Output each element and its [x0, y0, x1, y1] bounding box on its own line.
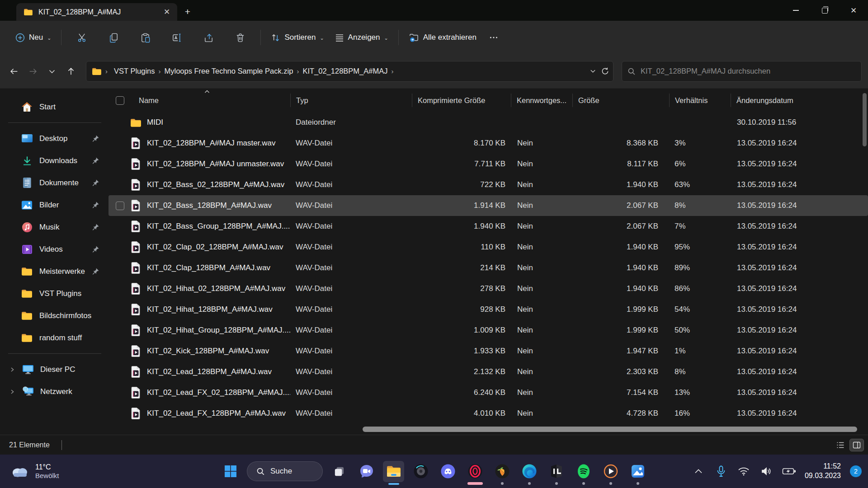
- breadcrumb-segment[interactable]: Myloops Free Techno Sample Pack.zip: [162, 65, 296, 77]
- up-button[interactable]: [62, 63, 80, 80]
- task-view-button[interactable]: [329, 461, 350, 482]
- volume-icon[interactable]: [760, 465, 773, 478]
- new-button[interactable]: Neu ⌄: [10, 29, 57, 47]
- copy-button[interactable]: [104, 28, 123, 47]
- close-button[interactable]: ✕: [839, 0, 868, 21]
- file-type: WAV-Datei: [290, 258, 412, 278]
- file-size: 1.940 KB: [572, 174, 669, 195]
- table-row[interactable]: KIT_02_Clap_128BPM_A#MAJ.wavWAV-Datei214…: [108, 258, 868, 278]
- column-header-password[interactable]: Kennwortges...: [511, 94, 572, 107]
- sidebar-item-dieser-pc[interactable]: Dieser PC: [3, 358, 106, 380]
- notification-badge[interactable]: 2: [850, 465, 862, 477]
- horizontal-scrollbar[interactable]: [108, 427, 861, 432]
- refresh-icon[interactable]: [601, 67, 609, 75]
- taskbar-app-media-player[interactable]: [600, 461, 621, 482]
- column-header-ratio[interactable]: Verhältnis: [669, 94, 731, 107]
- details-view-button[interactable]: [834, 439, 847, 451]
- table-row[interactable]: KIT_02_Bass_128BPM_A#MAJ.wavWAV-Datei1.9…: [108, 195, 868, 216]
- forward-button[interactable]: [24, 63, 42, 80]
- chevron-right-icon[interactable]: [9, 389, 15, 394]
- vertical-scrollbar-thumb[interactable]: [863, 93, 867, 146]
- taskbar-search[interactable]: Suche: [247, 461, 323, 481]
- table-row[interactable]: KIT_02_Lead_FX_128BPM_A#MAJ.wavWAV-Datei…: [108, 403, 868, 424]
- table-row[interactable]: KIT_02_Clap_02_128BPM_A#MAJ.wavWAV-Datei…: [108, 237, 868, 258]
- delete-button[interactable]: [231, 28, 249, 47]
- breadcrumb-separator[interactable]: ›: [158, 67, 162, 75]
- minimize-button[interactable]: [781, 0, 810, 21]
- back-button[interactable]: [5, 63, 23, 80]
- column-header-size[interactable]: Größe: [572, 94, 669, 107]
- tab-close-icon[interactable]: ✕: [161, 6, 173, 18]
- table-row[interactable]: KIT_02_Hihat_Group_128BPM_A#MAJ....WAV-D…: [108, 320, 868, 341]
- horizontal-scrollbar-thumb[interactable]: [363, 427, 857, 432]
- taskbar-app-edge[interactable]: [519, 461, 540, 482]
- sidebar-item-netzwerk[interactable]: Netzwerk: [3, 380, 106, 403]
- new-tab-button[interactable]: +: [180, 4, 195, 19]
- table-row[interactable]: KIT_02_128BPM_A#MAJ master.wavWAV-Datei8…: [108, 133, 868, 154]
- chevron-right-icon[interactable]: [9, 367, 15, 372]
- sidebar-item-random-stuff[interactable]: random stuff: [3, 327, 106, 349]
- address-dropdown-icon[interactable]: [590, 68, 596, 75]
- sidebar-item-start[interactable]: Start: [3, 96, 106, 118]
- sidebar-item-desktop[interactable]: Desktop: [3, 127, 106, 150]
- breadcrumb-separator[interactable]: ›: [390, 67, 394, 75]
- microphone-icon[interactable]: [714, 465, 728, 478]
- row-checkbox[interactable]: [116, 202, 124, 210]
- more-options-button[interactable]: [485, 28, 503, 47]
- taskbar-app-image-line[interactable]: [546, 461, 567, 482]
- sidebar-item-musik[interactable]: Musik: [3, 216, 106, 238]
- taskbar-app-explorer[interactable]: [383, 461, 404, 482]
- sort-button[interactable]: Sortieren ⌄: [265, 29, 329, 47]
- view-button[interactable]: Anzeigen ⌄: [330, 29, 394, 46]
- rename-button[interactable]: [168, 28, 186, 47]
- taskbar-app-photos[interactable]: [627, 461, 648, 482]
- sidebar-item-downloads[interactable]: Downloads: [3, 150, 106, 172]
- taskbar-app-discord[interactable]: [437, 461, 458, 482]
- table-row[interactable]: KIT_02_Bass_Group_128BPM_A#MAJ....WAV-Da…: [108, 216, 868, 237]
- battery-charging-icon[interactable]: [782, 465, 796, 478]
- taskbar-app-chat[interactable]: [356, 461, 377, 482]
- sidebar-item-bilder[interactable]: Bilder: [3, 194, 106, 216]
- sidebar-item-videos[interactable]: Videos: [3, 238, 106, 260]
- extract-all-button[interactable]: Alle extrahieren: [403, 28, 482, 47]
- search-box[interactable]: KIT_02_128BPM_A#MAJ durchsuchen: [622, 61, 862, 82]
- taskbar-app-spotify[interactable]: [573, 461, 594, 482]
- sidebar-item-dokumente[interactable]: Dokumente: [3, 172, 106, 194]
- breadcrumb-segment[interactable]: VST Plugins: [111, 65, 158, 77]
- select-all-checkbox[interactable]: [116, 96, 124, 105]
- paste-button[interactable]: [136, 28, 154, 47]
- table-row[interactable]: KIT_02_Lead_128BPM_A#MAJ.wavWAV-Datei2.1…: [108, 361, 868, 382]
- breadcrumb-separator[interactable]: ›: [296, 67, 300, 75]
- taskbar-app-fl-studio[interactable]: [491, 461, 513, 482]
- cut-button[interactable]: [73, 28, 91, 47]
- column-header-modified[interactable]: Änderungsdatum: [731, 94, 868, 107]
- table-row[interactable]: KIT_02_Hihat_128BPM_A#MAJ.wavWAV-Datei92…: [108, 299, 868, 320]
- table-row[interactable]: KIT_02_Kick_128BPM_A#MAJ.wavWAV-Datei1.9…: [108, 341, 868, 361]
- breadcrumb-segment[interactable]: KIT_02_128BPM_A#MAJ: [300, 65, 390, 77]
- column-header-typ[interactable]: Typ: [290, 94, 412, 107]
- sidebar-item-vst-plugins[interactable]: VST Plugins: [3, 282, 106, 305]
- restore-button[interactable]: [810, 0, 839, 21]
- taskbar-app-aimp[interactable]: [410, 461, 431, 482]
- address-bar[interactable]: › VST Plugins›Myloops Free Techno Sample…: [86, 61, 613, 82]
- table-row[interactable]: KIT_02_Lead_FX_02_128BPM_A#MAJ....WAV-Da…: [108, 382, 868, 403]
- vertical-scrollbar[interactable]: [863, 90, 867, 428]
- recent-locations-button[interactable]: [43, 63, 61, 80]
- tray-chevron-up-icon[interactable]: [692, 465, 705, 478]
- share-button[interactable]: [199, 28, 217, 47]
- table-row[interactable]: KIT_02_Hihat_02_128BPM_A#MAJ.wavWAV-Date…: [108, 278, 868, 299]
- column-header-name[interactable]: Name: [108, 94, 290, 107]
- table-row[interactable]: MIDIDateiordner30.10.2019 11:56: [108, 112, 868, 133]
- explorer-tab[interactable]: KIT_02_128BPM_A#MAJ ✕: [16, 3, 177, 21]
- table-row[interactable]: KIT_02_128BPM_A#MAJ unmaster.wavWAV-Date…: [108, 154, 868, 174]
- clock[interactable]: 11:52 09.03.2023: [805, 462, 841, 481]
- sidebar-item-meisterwerke[interactable]: Meisterwerke: [3, 260, 106, 282]
- column-header-compressed[interactable]: Komprimierte Größe: [412, 94, 511, 107]
- weather-widget[interactable]: 11°C Bewölkt: [6, 455, 64, 488]
- sidebar-item-bildschirmfotos[interactable]: Bildschirmfotos: [3, 305, 106, 327]
- wifi-icon[interactable]: [737, 465, 750, 478]
- table-row[interactable]: KIT_02_Bass_02_128BPM_A#MAJ.wavWAV-Datei…: [108, 174, 868, 195]
- large-icons-view-button[interactable]: [850, 439, 863, 451]
- taskbar-app-opera-gx[interactable]: [464, 461, 486, 482]
- start-button[interactable]: [220, 461, 241, 482]
